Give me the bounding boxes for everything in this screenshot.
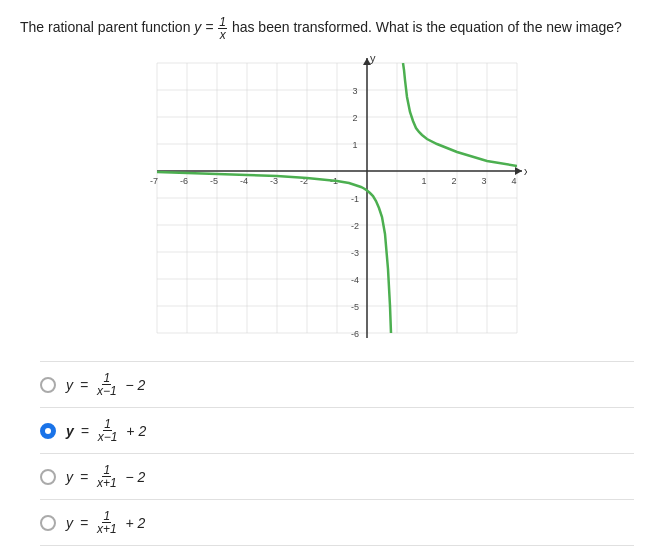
svg-text:-3: -3 [270, 176, 278, 186]
svg-text:-4: -4 [240, 176, 248, 186]
svg-text:1: 1 [421, 176, 426, 186]
svg-text:2: 2 [451, 176, 456, 186]
svg-text:-5: -5 [351, 302, 359, 312]
graph-container: x y -7 -6 -5 -4 -3 -2 -1 1 2 3 4 3 2 1 -… [127, 53, 527, 343]
svg-text:-3: -3 [351, 248, 359, 258]
x-axis-arrow [515, 167, 522, 175]
svg-text:-6: -6 [351, 329, 359, 339]
question-suffix: has been transformed. What is the equati… [228, 19, 622, 35]
coordinate-graph: x y -7 -6 -5 -4 -3 -2 -1 1 2 3 4 3 2 1 -… [127, 53, 527, 343]
curve-right-branch [403, 63, 517, 166]
svg-text:3: 3 [352, 86, 357, 96]
radio-3[interactable] [40, 469, 56, 485]
svg-text:4: 4 [511, 176, 516, 186]
option-2-label: y = 1 x−1 + 2 [66, 418, 146, 443]
x-axis-label: x [524, 165, 527, 177]
svg-text:3: 3 [481, 176, 486, 186]
svg-text:-1: -1 [351, 194, 359, 204]
svg-text:-2: -2 [351, 221, 359, 231]
option-3-label: y = 1 x+1 − 2 [66, 464, 145, 489]
svg-text:1: 1 [352, 140, 357, 150]
radio-4[interactable] [40, 515, 56, 531]
option-4[interactable]: y = 1 x+1 + 2 [40, 500, 634, 546]
question-prefix: The rational parent function [20, 19, 194, 35]
option-1-label: y = 1 x−1 − 2 [66, 372, 145, 397]
y-axis-label: y [370, 53, 376, 64]
option-1[interactable]: y = 1 x−1 − 2 [40, 361, 634, 408]
svg-text:2: 2 [352, 113, 357, 123]
radio-2[interactable] [40, 423, 56, 439]
svg-text:-6: -6 [180, 176, 188, 186]
svg-text:-7: -7 [150, 176, 158, 186]
option-4-label: y = 1 x+1 + 2 [66, 510, 145, 535]
option-2[interactable]: y = 1 x−1 + 2 [40, 408, 634, 454]
options-list: y = 1 x−1 − 2 y = 1 x−1 + 2 y = [40, 361, 634, 546]
svg-text:-5: -5 [210, 176, 218, 186]
radio-1[interactable] [40, 377, 56, 393]
option-3[interactable]: y = 1 x+1 − 2 [40, 454, 634, 500]
question-text: The rational parent function y = 1x has … [20, 16, 634, 41]
svg-text:-4: -4 [351, 275, 359, 285]
